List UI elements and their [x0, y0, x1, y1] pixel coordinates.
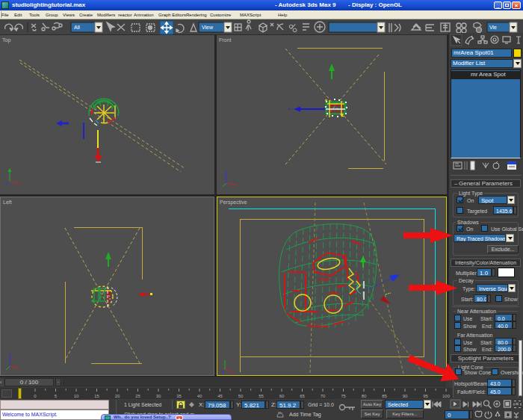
svg-text:55: 55: [259, 394, 264, 398]
svg-text:0: 0: [34, 394, 37, 398]
svg-text:25: 25: [135, 394, 140, 398]
svg-text:20: 20: [115, 394, 120, 398]
svg-text:40: 40: [197, 394, 202, 398]
svg-text:5: 5: [55, 394, 58, 398]
svg-text:10: 10: [74, 394, 79, 398]
svg-text:50: 50: [238, 394, 244, 398]
svg-text:Front: Front: [219, 37, 231, 43]
svg-text:Left: Left: [3, 200, 12, 205]
svg-text:35: 35: [176, 394, 182, 398]
svg-text:15: 15: [94, 394, 99, 398]
svg-text:60: 60: [279, 394, 285, 398]
svg-text:Top: Top: [2, 37, 10, 43]
svg-text:30: 30: [156, 394, 161, 398]
svg-text:All: All: [74, 25, 80, 30]
svg-text:Perspective: Perspective: [220, 200, 247, 206]
svg-text:70: 70: [321, 394, 326, 398]
svg-text:Vie: Vie: [489, 25, 497, 30]
svg-text:45: 45: [217, 394, 223, 398]
svg-text:65: 65: [300, 394, 305, 398]
svg-text:View: View: [202, 25, 214, 30]
